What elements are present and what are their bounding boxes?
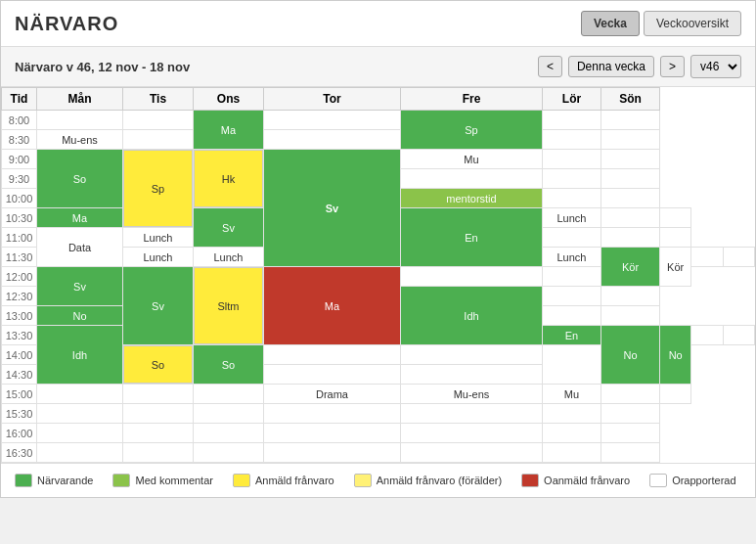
week-button[interactable]: Vecka bbox=[581, 11, 640, 36]
col-tid: Tid bbox=[2, 88, 37, 111]
lor-16-30 bbox=[543, 443, 601, 463]
lor-16-00 bbox=[543, 424, 601, 443]
event-fre-mentorstid: mentorstid bbox=[401, 189, 542, 207]
event-fre-kor2: Kör bbox=[660, 248, 690, 286]
time-15-30: 15:30 bbox=[2, 404, 37, 424]
son-16-30 bbox=[601, 443, 660, 463]
legend-icon-green-light bbox=[112, 474, 130, 487]
ons-16-30 bbox=[194, 443, 264, 463]
time-12-00: 12:00 bbox=[2, 267, 37, 287]
ons-9-00: Hk bbox=[194, 150, 264, 208]
event-fre-mu: Mu bbox=[401, 150, 542, 168]
ons-8-00: Ma bbox=[194, 111, 264, 150]
fre-11-30: Kör bbox=[601, 248, 660, 287]
son-8-30 bbox=[601, 130, 660, 150]
ons-15-30 bbox=[194, 404, 264, 424]
son-12-00 bbox=[543, 267, 601, 287]
lor-8-00 bbox=[543, 111, 601, 130]
col-tor: Tor bbox=[264, 88, 401, 111]
header-row: Tid Mån Tis Ons Tor Fre Lör Sön bbox=[2, 88, 755, 111]
tis-15-30 bbox=[123, 404, 194, 424]
lor-12-00 bbox=[401, 267, 543, 287]
event-tis-sp: Sp bbox=[123, 150, 193, 227]
tor-8-30 bbox=[264, 130, 401, 150]
son-14-00 bbox=[401, 345, 543, 365]
view-toggle: Vecka Veckooversikt bbox=[581, 11, 741, 36]
legend-label-green: Närvarande bbox=[37, 475, 93, 486]
fre-15-30 bbox=[401, 404, 543, 424]
man-15-00 bbox=[37, 385, 123, 404]
fre-12-30: Idh bbox=[401, 287, 543, 345]
table-row: 8:00 Ma Sp bbox=[2, 111, 755, 130]
time-10-30: 10:30 bbox=[2, 208, 37, 228]
legend-label-red: Oanmäld frånvaro bbox=[544, 475, 630, 486]
tis-9-00: Sp bbox=[123, 150, 194, 228]
event-tis-so: So bbox=[123, 345, 193, 384]
tis-14-00: So bbox=[123, 345, 194, 385]
man-11-00: Data bbox=[37, 228, 123, 267]
event-ons-lunch: Lunch bbox=[194, 248, 263, 266]
time-11-30: 11:30 bbox=[2, 248, 37, 267]
fre-16-30 bbox=[401, 443, 543, 463]
legend-item-red: Oanmäld frånvaro bbox=[521, 474, 630, 487]
legend-icon-yellow bbox=[233, 474, 250, 487]
legend-icon-green bbox=[15, 474, 32, 487]
fre-16-00 bbox=[401, 424, 543, 443]
event-tor-ma: Ma bbox=[264, 267, 400, 344]
next-week-button[interactable]: > bbox=[660, 56, 685, 77]
event-man-sv: Sv bbox=[37, 267, 122, 305]
man-16-00 bbox=[37, 424, 123, 443]
time-13-30: 13:30 bbox=[2, 326, 37, 345]
event-fre-so: So bbox=[194, 345, 263, 384]
overview-button[interactable]: Veckooversikt bbox=[644, 11, 741, 36]
event-ons-no: No bbox=[601, 326, 659, 384]
time-9-00: 9:00 bbox=[2, 150, 37, 169]
tis-15-00 bbox=[123, 385, 194, 404]
prev-week-button[interactable]: < bbox=[538, 56, 562, 77]
legend: Närvarande Med kommentar Anmäld frånvaro… bbox=[1, 463, 755, 497]
event-man-no: No bbox=[37, 306, 122, 325]
event-tis-sv: Sv bbox=[123, 267, 193, 344]
week-select[interactable]: v46 bbox=[690, 55, 741, 78]
man-13-30: Idh bbox=[37, 326, 123, 385]
son-12-30 bbox=[601, 287, 660, 306]
fre-14-00: So bbox=[194, 345, 264, 385]
tor-8-00 bbox=[264, 111, 401, 130]
time-15-00: 15:00 bbox=[2, 385, 37, 404]
table-row: 15:00 Drama Mu-ens Mu bbox=[2, 385, 755, 404]
legend-icon-red bbox=[521, 474, 539, 487]
lor-15-30 bbox=[543, 404, 601, 424]
man-10-30: Ma bbox=[37, 208, 123, 228]
tis-11-30: Lunch bbox=[123, 248, 194, 267]
tor-15-00: Drama bbox=[264, 385, 401, 404]
son-9-00 bbox=[601, 150, 660, 169]
event-tor-mu: Mu bbox=[543, 385, 600, 403]
tor-16-30 bbox=[264, 443, 401, 463]
legend-icon-yellow-parent bbox=[354, 474, 372, 487]
time-13-00: 13:00 bbox=[2, 306, 37, 326]
event-tor-no: No bbox=[660, 326, 690, 384]
event-tis-data: Data bbox=[37, 228, 122, 266]
man-15-30 bbox=[37, 404, 123, 424]
fre-9-00: Mu bbox=[401, 150, 543, 169]
son-11-00 bbox=[660, 228, 691, 248]
legend-item-green: Närvarande bbox=[15, 474, 93, 487]
lor-13-30 bbox=[691, 326, 723, 345]
denna-vecka-button[interactable]: Denna vecka bbox=[568, 56, 654, 77]
time-16-00: 16:00 bbox=[2, 424, 37, 443]
lor-10-00 bbox=[543, 189, 601, 208]
event-fre-sp: Sp bbox=[401, 111, 542, 149]
col-ons: Ons bbox=[194, 88, 264, 111]
tis-16-00 bbox=[123, 424, 194, 443]
event-man-lunch: Lunch bbox=[123, 228, 193, 247]
tor-11-30: Lunch bbox=[543, 248, 601, 267]
lor-14-00 bbox=[264, 345, 401, 365]
time-11-00: 11:00 bbox=[2, 228, 37, 248]
son-15-00 bbox=[660, 385, 691, 404]
ons-16-00 bbox=[194, 424, 264, 443]
son-9-30 bbox=[601, 169, 660, 189]
event-man-idh: Idh bbox=[37, 326, 122, 384]
event-tor-muens: Mu-ens bbox=[401, 385, 542, 403]
son-13-00 bbox=[601, 306, 660, 326]
son-8-00 bbox=[601, 111, 660, 130]
